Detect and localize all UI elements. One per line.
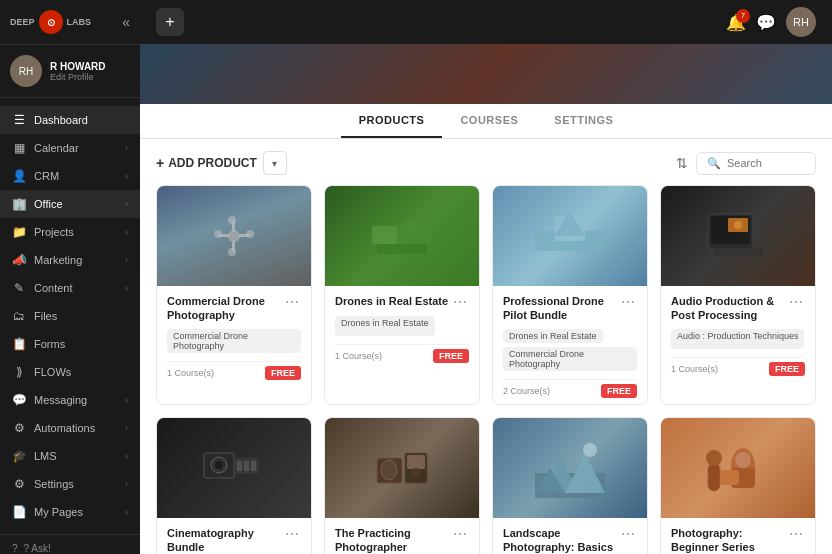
product-image [157, 418, 311, 518]
sidebar-item-lms[interactable]: 🎓 LMS › [0, 442, 140, 470]
product-menu-button[interactable]: ⋯ [787, 526, 805, 542]
topbar: + 🔔 7 💬 RH [140, 0, 832, 44]
product-card-header: Photography: Beginner Series ⋯ [671, 526, 805, 554]
sidebar-item-content[interactable]: ✎ Content › [0, 274, 140, 302]
tab-products[interactable]: PRODUCTS [341, 104, 443, 138]
product-menu-button[interactable]: ⋯ [787, 294, 805, 310]
calendar-icon: ▦ [12, 141, 26, 155]
chevron-icon: › [125, 479, 128, 489]
product-menu-button[interactable]: ⋯ [283, 294, 301, 310]
sidebar-item-my-pages[interactable]: 📄 My Pages › [0, 498, 140, 526]
sidebar-item-dashboard[interactable]: ☰ Dashboard [0, 106, 140, 134]
svg-rect-24 [237, 461, 242, 471]
product-card: The Practicing Photographer ⋯ Photograph… [324, 417, 480, 554]
sort-button[interactable]: ⇅ [676, 155, 688, 171]
sidebar-item-label: Marketing [34, 254, 82, 266]
plus-icon: + [156, 155, 164, 171]
chevron-icon: › [125, 171, 128, 181]
chevron-icon: › [125, 423, 128, 433]
sidebar-logo: DEEP ⊙ LABS [10, 10, 91, 34]
add-product-dropdown[interactable]: ▾ [263, 151, 287, 175]
svg-point-31 [411, 468, 421, 478]
product-title: Drones in Real Estate [335, 294, 451, 308]
logo-deep: DEEP [10, 17, 35, 27]
help-button[interactable]: ? ? Ask! [12, 543, 128, 554]
dashboard-icon: ☰ [12, 113, 26, 127]
sidebar-item-flows[interactable]: ⟫ FLOWs [0, 358, 140, 386]
sidebar-nav: ☰ Dashboard ▦ Calendar › 👤 CRM › 🏢 Offic… [0, 98, 140, 534]
product-title: Photography: Beginner Series [671, 526, 787, 554]
product-card-body: Drones in Real Estate ⋯ Drones in Real E… [325, 286, 479, 369]
svg-point-22 [215, 461, 223, 469]
product-image [493, 418, 647, 518]
chevron-icon: › [125, 507, 128, 517]
sidebar-item-label: Settings [34, 478, 74, 490]
plus-icon: + [165, 13, 174, 31]
product-card: Cinematography Bundle ⋯ Cinematography B… [156, 417, 312, 554]
sidebar-item-label: Dashboard [34, 114, 88, 126]
sidebar-item-marketing[interactable]: 📣 Marketing › [0, 246, 140, 274]
sidebar-collapse-button[interactable]: « [122, 14, 130, 30]
sidebar-user[interactable]: RH R HOWARD Edit Profile [0, 45, 140, 98]
product-tags: Commercial Drone Photography [167, 329, 301, 353]
product-menu-button[interactable]: ⋯ [619, 294, 637, 310]
topbar-left: + [156, 8, 184, 36]
sidebar-item-calendar[interactable]: ▦ Calendar › [0, 134, 140, 162]
topbar-avatar[interactable]: RH [786, 7, 816, 37]
search-input[interactable] [727, 157, 807, 169]
sidebar-item-label: Projects [34, 226, 74, 238]
sidebar-item-label: Files [34, 310, 57, 322]
product-image [493, 186, 647, 286]
svg-point-36 [583, 443, 597, 457]
product-card-body: The Practicing Photographer ⋯ Photograph… [325, 518, 479, 554]
add-button[interactable]: + [156, 8, 184, 36]
chevron-icon: › [125, 283, 128, 293]
product-tags: Audio : Production Techniques [671, 329, 805, 349]
crm-icon: 👤 [12, 169, 26, 183]
price-badge: FREE [769, 362, 805, 376]
product-footer: 2 Course(s) FREE [503, 379, 637, 398]
svg-point-7 [228, 216, 236, 224]
product-menu-button[interactable]: ⋯ [283, 526, 301, 542]
sidebar-item-files[interactable]: 🗂 Files [0, 302, 140, 330]
product-card-body: Cinematography Bundle ⋯ Cinematography B… [157, 518, 311, 554]
sidebar-item-office[interactable]: 🏢 Office › [0, 190, 140, 218]
product-card: Audio Production & Post Processing ⋯ Aud… [660, 185, 816, 405]
product-menu-button[interactable]: ⋯ [451, 526, 469, 542]
sidebar: DEEP ⊙ LABS « RH R HOWARD Edit Profile ☰… [0, 0, 140, 554]
svg-point-18 [734, 221, 742, 229]
chevron-down-icon: ▾ [272, 158, 277, 169]
svg-rect-19 [713, 248, 763, 256]
sidebar-item-messaging[interactable]: 💬 Messaging › [0, 386, 140, 414]
price-badge: FREE [433, 349, 469, 363]
svg-point-5 [214, 230, 222, 238]
course-count: 1 Course(s) [335, 351, 382, 361]
course-count: 2 Course(s) [503, 386, 550, 396]
svg-rect-42 [721, 470, 739, 485]
price-badge: FREE [601, 384, 637, 398]
messages-icon[interactable]: 💬 [756, 13, 776, 32]
notification-bell[interactable]: 🔔 7 [726, 13, 746, 32]
sidebar-item-crm[interactable]: 👤 CRM › [0, 162, 140, 190]
lms-icon: 🎓 [12, 449, 26, 463]
edit-profile-link[interactable]: Edit Profile [50, 72, 106, 82]
sidebar-item-forms[interactable]: 📋 Forms [0, 330, 140, 358]
sidebar-item-label: My Pages [34, 506, 83, 518]
sort-icon: ⇅ [676, 155, 688, 171]
product-menu-button[interactable]: ⋯ [619, 526, 637, 542]
sidebar-item-automations[interactable]: ⚙ Automations › [0, 414, 140, 442]
main-content: + 🔔 7 💬 RH PRODUCTS COURSES SETTINGS + A [140, 0, 832, 554]
my-pages-icon: 📄 [12, 505, 26, 519]
search-box[interactable]: 🔍 [696, 152, 816, 175]
sidebar-item-projects[interactable]: 📁 Projects › [0, 218, 140, 246]
search-icon: 🔍 [707, 157, 721, 170]
sidebar-item-settings[interactable]: ⚙ Settings › [0, 470, 140, 498]
product-menu-button[interactable]: ⋯ [451, 294, 469, 310]
product-title: Landscape Photography: Basics [503, 526, 619, 554]
tab-settings[interactable]: SETTINGS [536, 104, 631, 138]
add-product-button[interactable]: + ADD PRODUCT [156, 151, 257, 175]
product-card-header: Professional Drone Pilot Bundle ⋯ [503, 294, 637, 323]
sidebar-item-label: FLOWs [34, 366, 71, 378]
tab-courses[interactable]: COURSES [442, 104, 536, 138]
product-card-body: Professional Drone Pilot Bundle ⋯ Drones… [493, 286, 647, 404]
